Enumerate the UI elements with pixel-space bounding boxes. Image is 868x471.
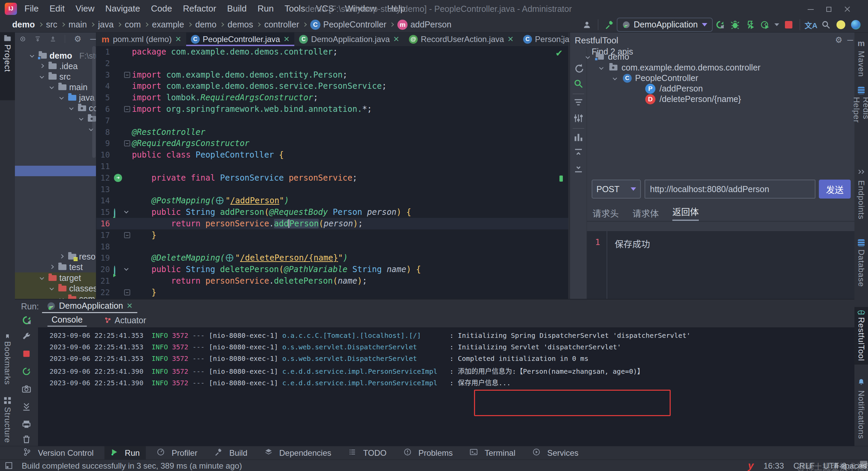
fold-marker-icon[interactable]: − — [124, 140, 130, 146]
code-line[interactable]: 4import com.example.demo.demos.service.P… — [96, 80, 568, 92]
fold-marker-icon[interactable]: − — [124, 232, 130, 238]
tree-row[interactable]: main — [15, 82, 96, 92]
code-line[interactable]: 7 — [96, 115, 568, 126]
close-icon[interactable]: ✕ — [507, 35, 513, 44]
gutter-spring-bean-icon[interactable] — [114, 128, 122, 136]
tree-row[interactable]: demoF:\study\aop-st — [15, 50, 96, 61]
menu-run[interactable]: Run — [252, 0, 279, 17]
menu-refactor[interactable]: Refactor — [177, 0, 221, 17]
restful-tree-row[interactable]: D/deletePerson/{name} — [645, 94, 741, 104]
code-line[interactable]: 9−@RequiredArgsConstructor — [96, 138, 568, 149]
code-line[interactable]: 17− } — [96, 229, 568, 241]
line-number[interactable]: 2 — [96, 58, 110, 69]
tool-window-database[interactable]: Database — [854, 236, 868, 293]
tree-row[interactable]: com — [15, 103, 96, 113]
line-number[interactable]: 1 — [96, 46, 110, 58]
gutter-spring-bean-icon[interactable] — [114, 151, 122, 159]
restful-tree-row[interactable]: demo — [596, 52, 629, 62]
code-line[interactable]: 10public class PeopleController { — [96, 149, 568, 161]
line-number[interactable]: 14 — [96, 195, 110, 206]
tree-row[interactable]: .idea — [15, 61, 96, 71]
close-icon[interactable]: ✕ — [393, 35, 399, 44]
restful-tree-row[interactable]: CPeopleController — [623, 73, 698, 83]
editor-tab[interactable]: CPeopleController.java✕ — [186, 33, 295, 46]
menu-file[interactable]: File — [19, 0, 44, 17]
chevron-down-icon[interactable] — [59, 296, 64, 299]
stop-icon[interactable] — [781, 17, 796, 32]
code-line[interactable]: 18 — [96, 241, 568, 252]
menu-navigate[interactable]: Navigate — [100, 0, 146, 17]
line-number[interactable]: 12 — [96, 172, 110, 184]
console-output[interactable]: 2023-09-06 22:25:41.353 INFO 3572 --- [n… — [38, 327, 854, 447]
chevron-right-icon[interactable] — [50, 265, 54, 269]
code-line[interactable]: 22− } — [96, 287, 568, 298]
close-icon[interactable]: ✕ — [175, 35, 181, 44]
tool-window-structure[interactable]: Structure — [0, 393, 15, 451]
line-number[interactable]: 3 — [96, 69, 110, 81]
breadcrumb-item[interactable]: example — [152, 20, 184, 29]
tool-window-button-dependencies[interactable]: Dependencies — [258, 446, 337, 460]
wrench-icon[interactable] — [22, 331, 31, 341]
code-line[interactable]: 3−import com.example.demo.demos.entity.P… — [96, 69, 568, 81]
line-number[interactable]: 22 — [96, 287, 110, 298]
tree-row[interactable] — [15, 176, 96, 187]
tree-row[interactable]: java — [15, 92, 96, 103]
menu-build[interactable]: Build — [222, 0, 252, 17]
tree-row[interactable] — [15, 166, 96, 176]
chevron-down-icon[interactable] — [599, 65, 604, 70]
code-line[interactable]: 14 @PostMapping("/addPerson") — [96, 195, 568, 206]
chevron-down-icon[interactable] — [586, 55, 590, 59]
fold-chevron-icon[interactable] — [124, 266, 130, 272]
tool-window-restfultool[interactable]: RestfulTool — [854, 307, 868, 365]
tool-window-endpoints[interactable]: Endpoints — [854, 165, 868, 222]
close-icon[interactable]: ✕ — [283, 35, 290, 44]
tool-window-redis-helper[interactable]: Redis Helper — [854, 83, 868, 151]
ide-update-icon[interactable] — [833, 17, 848, 32]
tool-window-button-run[interactable]: Run — [104, 446, 146, 460]
code-line[interactable]: 15 public String addPerson(@RequestBody … — [96, 206, 568, 218]
run-tab[interactable]: DemoApplication ✕ — [42, 300, 137, 313]
chevron-down-icon[interactable] — [69, 106, 74, 110]
inline-mapping-globe-icon[interactable] — [216, 197, 223, 204]
tree-row[interactable]: com — [15, 293, 96, 299]
tool-window-button-problems[interactable]: Problems — [397, 446, 459, 460]
tree-row[interactable]: resources — [15, 251, 96, 262]
breadcrumb-item[interactable]: src — [46, 20, 57, 29]
run-configuration-select[interactable]: DemoApplication — [617, 18, 713, 32]
code-line[interactable]: 2 — [96, 58, 568, 69]
tree-row[interactable]: example — [15, 113, 96, 124]
breadcrumb-item[interactable]: PeopleController — [323, 20, 386, 29]
code-line[interactable]: 5import lombok.RequiredArgsConstructor; — [96, 92, 568, 103]
restful-tree-row[interactable]: com.example.demo.demos.controller — [609, 62, 761, 73]
fold-marker-icon[interactable]: − — [124, 289, 130, 295]
breadcrumb-item[interactable]: demo — [12, 20, 35, 29]
breadcrumb-item[interactable]: java — [98, 20, 114, 29]
scroll-to-end-icon[interactable] — [22, 402, 31, 411]
request-tab-1[interactable]: 请求体 — [632, 207, 659, 219]
tool-window-notifications[interactable]: Notifications — [854, 375, 868, 439]
gutter-mapping-icon[interactable] — [114, 265, 122, 273]
code-editor[interactable]: 1package com.example.demo.demos.controll… — [96, 46, 568, 299]
tree-row[interactable]: demos — [15, 124, 96, 134]
line-number[interactable]: 18 — [96, 241, 110, 252]
code-line[interactable]: 8@RestController — [96, 126, 568, 138]
maximize-icon[interactable] — [825, 6, 833, 13]
tree-row[interactable]: target — [15, 272, 96, 283]
gear-icon[interactable]: ⚙ — [74, 34, 81, 44]
chevron-down-icon[interactable] — [124, 209, 129, 213]
chevron-down-icon[interactable] — [59, 95, 64, 100]
user-icon[interactable] — [579, 17, 594, 32]
menu-code[interactable]: Code — [145, 0, 177, 17]
chevron-down-icon[interactable] — [40, 74, 44, 79]
tool-window-button-build[interactable]: Build — [208, 446, 253, 460]
breadcrumb-item[interactable]: addPerson — [410, 20, 451, 29]
breadcrumb-item[interactable]: com — [125, 20, 141, 29]
code-line[interactable]: 6−import org.springframework.web.bind.an… — [96, 103, 568, 115]
tree-row[interactable]: classes — [15, 283, 96, 293]
line-number[interactable]: 16 — [96, 218, 110, 229]
menu-view[interactable]: View — [70, 0, 100, 17]
tree-row[interactable] — [15, 134, 96, 145]
line-number[interactable]: 8 — [96, 126, 110, 138]
breadcrumb-item[interactable]: main — [68, 20, 87, 29]
tool-window-switcher-icon[interactable] — [5, 462, 12, 469]
